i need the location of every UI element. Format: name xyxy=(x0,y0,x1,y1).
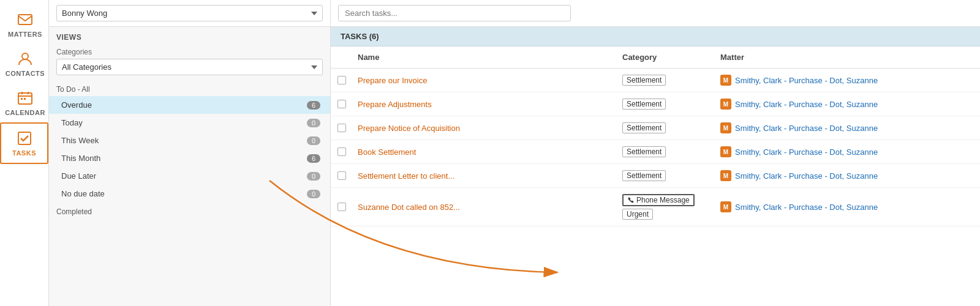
search-input[interactable] xyxy=(338,5,571,21)
matter-link-4[interactable]: Smithy, Clark - Purchase - Dot, Suzanne xyxy=(735,171,878,181)
matter-cell-3: M Smithy, Clark - Purchase - Dot, Suzann… xyxy=(715,144,980,160)
category-cell-3: Settlement xyxy=(617,144,715,160)
sidebar-item-this-week[interactable]: This Week 0 xyxy=(49,132,330,149)
categories-label: Categories xyxy=(49,44,330,59)
sidebar-item-no-due-date[interactable]: No due date 0 xyxy=(49,185,330,203)
sidebar-item-this-month-badge: 6 xyxy=(307,154,320,163)
main-content: TASKS (6) Name Category Matter Prepare o… xyxy=(331,0,980,306)
matter-link-5[interactable]: Smithy, Clark - Purchase - Dot, Suzanne xyxy=(735,203,878,212)
matter-icon-1: M xyxy=(720,99,731,110)
sidebar-item-due-later[interactable]: Due Later 0 xyxy=(49,167,330,185)
matter-cell-2: M Smithy, Clark - Purchase - Dot, Suzann… xyxy=(715,120,980,136)
svg-rect-0 xyxy=(18,15,32,24)
sidebar-item-this-month-label: This Month xyxy=(61,154,100,163)
checkbox-cell-2[interactable] xyxy=(331,124,353,132)
category-cell-1: Settlement xyxy=(617,96,715,112)
checkbox-cell-1[interactable] xyxy=(331,100,353,108)
urgent-badge: Urgent xyxy=(622,209,653,220)
sidebar-item-no-due-date-badge: 0 xyxy=(307,190,320,198)
task-name-1[interactable]: Prepare Adjustments xyxy=(353,97,617,111)
person-dropdown[interactable]: Bonny Wong xyxy=(56,5,323,21)
main-top-bar xyxy=(331,0,980,27)
nav-item-matters[interactable]: MATTERS xyxy=(0,5,48,44)
task-row-4: Settlement Letter to client... Settlemen… xyxy=(331,164,980,188)
matter-link-1[interactable]: Smithy, Clark - Purchase - Dot, Suzanne xyxy=(735,100,878,109)
sidebar-item-no-due-date-label: No due date xyxy=(61,189,105,198)
category-badge-settlement-3: Settlement xyxy=(622,146,666,157)
col-matter: Matter xyxy=(715,50,980,64)
task-checkbox-0[interactable] xyxy=(337,76,346,84)
matter-icon-4: M xyxy=(720,170,731,181)
sidebar-item-today-label: Today xyxy=(61,118,83,127)
sidebar-item-due-later-label: Due Later xyxy=(61,171,96,181)
todo-all-label: To Do - All xyxy=(49,80,330,96)
svg-point-1 xyxy=(22,53,28,59)
matter-icon-3: M xyxy=(720,146,731,157)
category-badge-settlement-2: Settlement xyxy=(622,122,666,133)
sidebar: Bonny Wong VIEWS Categories All Categori… xyxy=(49,0,331,306)
categories-dropdown[interactable]: All Categories xyxy=(56,59,323,75)
matter-icon-2: M xyxy=(720,122,731,133)
matter-cell-4: M Smithy, Clark - Purchase - Dot, Suzann… xyxy=(715,168,980,184)
nav-item-calendar[interactable]: CALENDAR xyxy=(0,83,48,122)
task-row-2: Prepare Notice of Acquisition Settlement… xyxy=(331,116,980,140)
nav-item-contacts[interactable]: CONTACTS xyxy=(0,44,48,83)
checkbox-cell-4[interactable] xyxy=(331,171,353,180)
task-name-2[interactable]: Prepare Notice of Acquisition xyxy=(353,121,617,135)
task-checkbox-5[interactable] xyxy=(337,203,346,211)
task-name-0[interactable]: Prepare our Invoice xyxy=(353,73,617,88)
matter-icon-5: M xyxy=(720,201,731,212)
category-cell-5: Phone Message Urgent xyxy=(617,192,715,222)
col-checkbox xyxy=(331,50,353,64)
task-name-4[interactable]: Settlement Letter to client... xyxy=(353,169,617,183)
phone-message-badge: Phone Message xyxy=(622,194,695,206)
col-category: Category xyxy=(617,50,715,64)
task-name-3[interactable]: Book Settlement xyxy=(353,145,617,159)
task-row-1: Prepare Adjustments Settlement M Smithy,… xyxy=(331,92,980,116)
task-checkbox-3[interactable] xyxy=(337,147,346,156)
matter-cell-5: M Smithy, Clark - Purchase - Dot, Suzann… xyxy=(715,199,980,215)
left-navigation: MATTERS CONTACTS CALENDAR TASKS xyxy=(0,0,49,306)
table-header: Name Category Matter xyxy=(331,47,980,69)
checkbox-cell-5[interactable] xyxy=(331,203,353,211)
nav-label-contacts: CONTACTS xyxy=(6,70,45,77)
matter-link-3[interactable]: Smithy, Clark - Purchase - Dot, Suzanne xyxy=(735,147,878,157)
completed-label: Completed xyxy=(49,203,330,218)
category-cell-4: Settlement xyxy=(617,168,715,184)
nav-item-tasks[interactable]: TASKS xyxy=(0,122,48,164)
nav-label-tasks: TASKS xyxy=(12,149,36,157)
task-checkbox-1[interactable] xyxy=(337,100,346,108)
task-checkbox-2[interactable] xyxy=(337,124,346,132)
task-name-5[interactable]: Suzanne Dot called on 852... xyxy=(353,200,617,214)
person-icon xyxy=(17,50,34,67)
sidebar-list: Overdue 6 Today 0 This Week 0 This Month… xyxy=(49,96,330,203)
matter-cell-0: M Smithy, Clark - Purchase - Dot, Suzann… xyxy=(715,72,980,88)
tasks-header: TASKS (6) xyxy=(331,27,980,47)
phone-icon xyxy=(627,196,635,204)
matter-icon-0: M xyxy=(720,75,731,86)
svg-rect-6 xyxy=(21,98,23,100)
sidebar-item-overdue-label: Overdue xyxy=(61,100,92,110)
sidebar-item-this-week-label: This Week xyxy=(61,136,99,145)
sidebar-item-this-month[interactable]: This Month 6 xyxy=(49,149,330,167)
col-name: Name xyxy=(353,50,617,64)
category-badge-settlement-0: Settlement xyxy=(622,75,666,86)
tasks-icon xyxy=(16,130,33,147)
checkbox-cell-0[interactable] xyxy=(331,76,353,84)
sidebar-item-overdue[interactable]: Overdue 6 xyxy=(49,96,330,114)
svg-rect-7 xyxy=(24,98,26,100)
sidebar-item-overdue-badge: 6 xyxy=(307,101,320,110)
sidebar-top-person: Bonny Wong xyxy=(49,0,330,27)
matter-link-0[interactable]: Smithy, Clark - Purchase - Dot, Suzanne xyxy=(735,76,878,85)
task-checkbox-4[interactable] xyxy=(337,171,346,180)
checkbox-cell-3[interactable] xyxy=(331,147,353,156)
category-cell-2: Settlement xyxy=(617,120,715,136)
sidebar-item-today-badge: 0 xyxy=(307,119,320,127)
matter-cell-1: M Smithy, Clark - Purchase - Dot, Suzann… xyxy=(715,96,980,112)
matter-link-2[interactable]: Smithy, Clark - Purchase - Dot, Suzanne xyxy=(735,124,878,133)
task-row-5: Suzanne Dot called on 852... Phone Messa… xyxy=(331,188,980,226)
svg-rect-8 xyxy=(18,132,31,144)
category-badge-settlement-1: Settlement xyxy=(622,99,666,110)
category-cell-0: Settlement xyxy=(617,72,715,88)
sidebar-item-today[interactable]: Today 0 xyxy=(49,114,330,132)
